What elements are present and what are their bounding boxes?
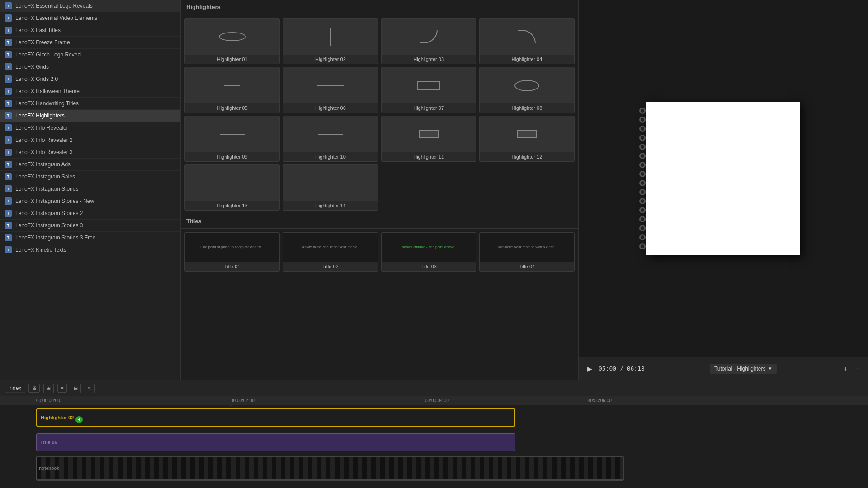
highlighter-item-8[interactable]: Highlighter 09 <box>184 116 280 162</box>
sidebar-label-0: LenoFX Essential Logo Reveals <box>15 3 93 9</box>
sidebar-item-10[interactable]: T LenoFX Info Revealer <box>0 122 180 134</box>
highlighter-label-6: Highlighter 07 <box>382 103 476 113</box>
timeline-content: 00:00:00:00 00:00:02:00 00:00:04:00 40:0… <box>0 396 868 488</box>
title-item-0[interactable]: One point of place to complete and fix..… <box>184 232 280 272</box>
play-button[interactable]: ▶ <box>585 363 594 374</box>
sidebar-item-1[interactable]: T LenoFX Essential Video Elements <box>0 12 180 24</box>
sidebar-item-19[interactable]: T LenoFX Instagram Stories 3 Free <box>0 232 180 244</box>
highlighter-item-6[interactable]: Highlighter 07 <box>381 67 476 113</box>
sidebar-item-11[interactable]: T LenoFX Info Revealer 2 <box>0 134 180 146</box>
title-item-3[interactable]: Transform your reading with a clear... T… <box>479 232 575 272</box>
notebook-preview <box>646 102 800 255</box>
zoom-in-button[interactable]: + <box>842 363 849 374</box>
sidebar-label-5: LenoFX Grids <box>15 64 49 70</box>
highlighter-item-7[interactable]: Highlighter 08 <box>479 67 575 113</box>
highlighter-label-12: Highlighter 13 <box>185 201 279 210</box>
sidebar-item-7[interactable]: T LenoFX Halloween Theme <box>0 85 180 98</box>
sidebar-item-15[interactable]: T LenoFX Instagram Stories <box>0 183 180 195</box>
title-text-0: One point of place to complete and fix..… <box>200 245 264 249</box>
highlighter-thumb-7 <box>480 67 574 103</box>
highlighter-item-1[interactable]: Highlighter 02 <box>283 18 378 64</box>
highlighter-item-9[interactable]: Highlighter 10 <box>283 116 378 162</box>
sidebar-item-6[interactable]: T LenoFX Grids 2.0 <box>0 73 180 85</box>
title-item-1[interactable]: Gravity helps document your media... Tit… <box>283 232 378 272</box>
highlighter-item-13[interactable]: Highlighter 14 <box>283 164 378 211</box>
highlighter-item-11[interactable]: Highlighter 12 <box>479 116 575 162</box>
ruler-mark-1: 00:00:02:00 <box>231 398 255 403</box>
sidebar-icon-4: T <box>5 51 12 58</box>
highlighter-thumb-13 <box>283 165 377 201</box>
sidebar-icon-8: T <box>5 100 12 107</box>
sidebar-label-3: LenoFX Freeze Frame <box>15 39 70 46</box>
title-thumb-3: Transform your reading with a clear... <box>480 233 574 262</box>
highlighter-thumb-5 <box>283 67 377 103</box>
sidebar-label-12: LenoFX Info Revealer 3 <box>15 149 73 155</box>
sidebar-item-12[interactable]: T LenoFX Info Revealer 3 <box>0 146 180 159</box>
timeline-btn-3[interactable]: ≡ <box>57 384 66 393</box>
timeline-btn-4[interactable]: ⊟ <box>71 384 81 393</box>
sidebar-label-4: LenoFX Glitch Logo Reveal <box>15 52 82 58</box>
timeline-btn-1[interactable]: 🖥 <box>28 384 40 393</box>
sidebar-item-17[interactable]: T LenoFX Instagram Stories 2 <box>0 207 180 220</box>
sidebar-item-9[interactable]: T LenoFX Highlighters <box>0 110 180 122</box>
sidebar-label-14: LenoFX Instagram Sales <box>15 174 75 180</box>
highlighter-label-2: Highlighter 03 <box>382 55 476 64</box>
highlighter-label-0: Highlighter 01 <box>185 55 279 64</box>
clip-title05[interactable]: Title 05 <box>36 433 515 451</box>
sidebar-label-9: LenoFX Highlighters <box>15 113 65 119</box>
sidebar-icon-2: T <box>5 27 12 34</box>
sidebar: T LenoFX Essential Logo Reveals T LenoFX… <box>0 0 181 380</box>
sequence-name[interactable]: Tutorial - Highlighters ▼ <box>710 364 777 374</box>
highlighter-item-3[interactable]: Highlighter 04 <box>479 18 575 64</box>
sidebar-item-14[interactable]: T LenoFX Instagram Sales <box>0 171 180 183</box>
clip-label-title05: Title 05 <box>40 440 57 445</box>
highlighter-thumb-12 <box>185 165 279 201</box>
highlighter-label-4: Highlighter 05 <box>185 103 279 113</box>
timeline: Index 🖥 ⊞ ≡ ⊟ ↖ 00:00:00:00 00:00:02:00 … <box>0 380 868 488</box>
sidebar-item-16[interactable]: T LenoFX Instagram Stories - New <box>0 195 180 207</box>
add-clip-button[interactable]: + <box>75 416 83 423</box>
timeline-select-tool[interactable]: ↖ <box>85 384 95 393</box>
clip-highlighter02[interactable]: Highlighter 02 + <box>36 408 515 427</box>
highlighter-item-5[interactable]: Highlighter 06 <box>283 67 378 113</box>
sidebar-icon-0: T <box>5 2 12 9</box>
sidebar-icon-16: T <box>5 197 12 205</box>
timeline-toolbar: Index 🖥 ⊞ ≡ ⊟ ↖ <box>0 380 868 396</box>
sidebar-item-3[interactable]: T LenoFX Freeze Frame <box>0 37 180 49</box>
sidebar-icon-11: T <box>5 136 12 144</box>
highlighter-item-10[interactable]: Highlighter 11 <box>381 116 476 162</box>
sidebar-label-13: LenoFX Instagram Ads <box>15 161 71 168</box>
sidebar-item-13[interactable]: T LenoFX Instagram Ads <box>0 159 180 171</box>
title-thumb-2: Today's attitude - one point above... <box>382 233 476 262</box>
sidebar-item-8[interactable]: T LenoFX Handwriting Titles <box>0 98 180 110</box>
clip-notebook[interactable]: notebook <box>36 456 624 481</box>
highlighter-label-8: Highlighter 09 <box>185 152 279 161</box>
timeline-btn-2[interactable]: ⊞ <box>43 384 54 393</box>
sidebar-icon-6: T <box>5 75 12 83</box>
highlighter-item-4[interactable]: Highlighter 05 <box>184 67 280 113</box>
sidebar-item-5[interactable]: T LenoFX Grids <box>0 61 180 73</box>
track-1: Highlighter 02 + <box>0 405 868 430</box>
sidebar-icon-3: T <box>5 39 12 46</box>
zoom-out-button[interactable]: − <box>854 363 861 374</box>
highlighter-item-12[interactable]: Highlighter 13 <box>184 164 280 211</box>
title-label-3: Title 04 <box>480 262 574 271</box>
sidebar-icon-7: T <box>5 88 12 95</box>
highlighter-item-2[interactable]: Highlighter 03 <box>381 18 476 64</box>
highlighter-thumb-11 <box>480 116 574 152</box>
sidebar-item-2[interactable]: T LenoFX Fast Titles <box>0 24 180 37</box>
highlighter-thumb-0 <box>185 19 279 55</box>
highlighter-item-0[interactable]: Highlighter 01 <box>184 18 280 64</box>
sidebar-item-0[interactable]: T LenoFX Essential Logo Reveals <box>0 0 180 12</box>
title-thumb-1: Gravity helps document your media... <box>283 233 377 262</box>
transport-bar: ▶ 05:00 / 06:18 Tutorial - Highlighters … <box>579 357 868 380</box>
highlighter-thumb-3 <box>480 19 574 55</box>
sidebar-item-4[interactable]: T LenoFX Glitch Logo Reveal <box>0 49 180 61</box>
highlighter-label-10: Highlighter 11 <box>382 152 476 161</box>
title-item-2[interactable]: Today's attitude - one point above... Ti… <box>381 232 476 272</box>
highlighters-section-header: Highlighters <box>181 0 578 14</box>
sidebar-item-18[interactable]: T LenoFX Instagram Stories 3 <box>0 220 180 232</box>
clip-label-highlighter02: Highlighter 02 <box>41 415 74 420</box>
sidebar-label-7: LenoFX Halloween Theme <box>15 88 80 94</box>
sidebar-item-20[interactable]: T LenoFX Kinetic Texts <box>0 244 180 256</box>
